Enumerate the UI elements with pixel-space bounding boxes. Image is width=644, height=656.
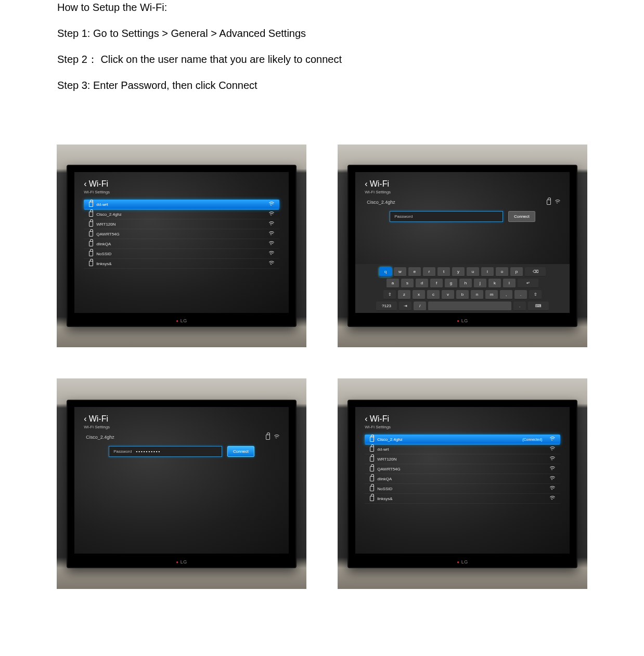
network-list: Cisco_2.4ghz(Connected)dd-wrtWRT120NQAWR… — [365, 435, 560, 504]
network-list: dd-wrtCisco_2.4ghzWRT120NQAWRT54GdlinkQA… — [84, 200, 279, 269]
keyboard-key[interactable]: c — [427, 290, 440, 299]
keyboard-key[interactable]: h — [459, 279, 472, 288]
password-input[interactable]: Password — [390, 211, 503, 222]
keyboard-key[interactable]: n — [471, 290, 483, 299]
network-name: NoSSID — [377, 487, 392, 491]
keyboard-key[interactable]: u — [467, 267, 479, 277]
wifi-signal-icon — [549, 447, 555, 452]
screen-header[interactable]: ‹Wi-Fi — [365, 414, 560, 424]
keyboard-key[interactable]: r — [423, 267, 435, 277]
monitor-frame: ‹Wi-Fi Wi-Fi Settings dd-wrtCisco_2.4ghz… — [67, 165, 297, 327]
header-title: Wi-Fi — [370, 414, 389, 423]
back-chevron-icon[interactable]: ‹ — [365, 414, 367, 423]
keyboard-key[interactable]: x — [413, 290, 425, 299]
header-title: Wi-Fi — [89, 179, 108, 188]
network-row[interactable]: NoSSID — [84, 249, 279, 259]
enter-key[interactable]: ↵ — [518, 279, 538, 288]
screen-subheader: Wi-Fi Settings — [84, 190, 279, 194]
keyboard-key[interactable]: i — [481, 267, 494, 277]
network-name: dd-wrt — [377, 447, 389, 452]
photo-2: ‹Wi-Fi Wi-Fi Settings Cisco_2.4ghz Passw… — [338, 145, 587, 347]
network-row[interactable]: Cisco_2.4ghz(Connected) — [365, 435, 560, 444]
network-row[interactable]: linksys& — [84, 259, 279, 269]
back-chevron-icon[interactable]: ‹ — [365, 179, 367, 188]
keyboard-key[interactable]: y — [452, 267, 465, 277]
keyboard-key[interactable]: e — [408, 267, 421, 277]
network-row[interactable]: NoSSID — [365, 484, 560, 494]
wifi-signal-icon — [549, 456, 555, 462]
network-status: (Connected) — [522, 438, 543, 441]
shift-key[interactable]: ⇧ — [529, 290, 542, 299]
keyboard-key[interactable]: k — [488, 279, 501, 288]
password-value: •••••••••• — [136, 449, 161, 454]
network-row[interactable]: QAWRT54G — [84, 229, 279, 239]
network-name: QAWRT54G — [96, 232, 119, 237]
network-row[interactable]: dd-wrt — [365, 444, 560, 454]
network-row[interactable]: WRT120N — [84, 219, 279, 229]
keyboard-key[interactable]: j — [474, 279, 486, 288]
keyboard-key[interactable]: q — [379, 267, 392, 277]
backspace-key[interactable]: ⌫ — [525, 267, 546, 277]
screen-header[interactable]: ‹Wi-Fi — [84, 179, 279, 189]
network-row[interactable]: dlinkQA — [365, 474, 560, 484]
wifi-signal-icon — [549, 466, 555, 471]
lock-icon — [89, 261, 93, 266]
keyboard-key[interactable]: , — [500, 290, 512, 299]
wifi-signal-icon — [273, 435, 279, 440]
network-name: dlinkQA — [96, 242, 111, 246]
network-name: Cisco_2.4ghz — [377, 437, 402, 442]
keyboard-key[interactable]: l — [503, 279, 516, 288]
keyboard-key[interactable]: o — [496, 267, 508, 277]
tab-key[interactable]: ⇥ — [399, 301, 411, 311]
lock-icon — [370, 437, 374, 442]
symbols-key[interactable]: ?123 — [376, 301, 397, 311]
photo-4: ‹Wi-Fi Wi-Fi Settings Cisco_2.4ghz(Conne… — [338, 378, 587, 589]
network-row[interactable]: dlinkQA — [84, 239, 279, 249]
network-row[interactable]: WRT120N — [365, 454, 560, 464]
connect-button[interactable]: Connect — [227, 446, 254, 457]
screen-header[interactable]: ‹Wi-Fi — [84, 414, 279, 424]
network-row[interactable]: linksys& — [365, 494, 560, 504]
keyboard-key[interactable]: / — [414, 301, 426, 311]
connect-button[interactable]: Connect — [508, 211, 535, 222]
header-title: Wi-Fi — [370, 179, 389, 188]
space-key[interactable] — [428, 301, 511, 311]
keyboard-key[interactable]: w — [394, 267, 406, 277]
keyboard-key[interactable]: t — [437, 267, 450, 277]
onscreen-keyboard: qwertyuiop⌫asdfghjkl↵⇧zxcvbnm,.⇧?123⇥/.⌨ — [355, 264, 569, 313]
network-row[interactable]: dd-wrt — [84, 200, 279, 209]
lock-icon — [89, 212, 93, 217]
screen-header[interactable]: ‹Wi-Fi — [365, 179, 560, 189]
password-input[interactable]: Password •••••••••• — [109, 446, 222, 457]
network-row[interactable]: Cisco_2.4ghz — [84, 209, 279, 219]
keyboard-key[interactable]: d — [416, 279, 428, 288]
keyboard-key[interactable]: . — [514, 290, 527, 299]
header-title: Wi-Fi — [89, 414, 108, 423]
shift-key[interactable]: ⇧ — [383, 290, 396, 299]
network-row[interactable]: QAWRT54G — [365, 464, 560, 474]
lock-icon — [370, 476, 374, 481]
keyboard-key[interactable]: f — [430, 279, 443, 288]
wifi-signal-icon — [549, 486, 555, 491]
keyboard-key[interactable]: b — [456, 290, 469, 299]
lock-icon — [89, 202, 93, 207]
keyboard-key[interactable]: p — [510, 267, 523, 277]
back-chevron-icon[interactable]: ‹ — [84, 179, 86, 188]
monitor-brand-logo: LG — [457, 559, 468, 565]
keyboard-key[interactable]: v — [442, 290, 454, 299]
monitor-frame: ‹Wi-Fi Wi-Fi Settings Cisco_2.4ghz Passw… — [347, 165, 577, 327]
keyboard-key[interactable]: m — [485, 290, 498, 299]
lock-icon — [370, 486, 374, 491]
keyboard-key[interactable]: a — [387, 279, 399, 288]
back-chevron-icon[interactable]: ‹ — [84, 414, 86, 423]
lock-icon — [370, 447, 374, 452]
keyboard-key[interactable]: . — [513, 301, 526, 311]
network-name: linksys& — [96, 261, 111, 266]
language-key[interactable]: ⌨ — [528, 301, 549, 311]
network-name: Cisco_2.4ghz — [96, 212, 121, 217]
keyboard-key[interactable]: z — [398, 290, 410, 299]
wifi-signal-icon — [549, 496, 555, 501]
keyboard-key[interactable]: g — [445, 279, 457, 288]
screen-subheader: Wi-Fi Settings — [84, 425, 279, 429]
keyboard-key[interactable]: s — [401, 279, 414, 288]
